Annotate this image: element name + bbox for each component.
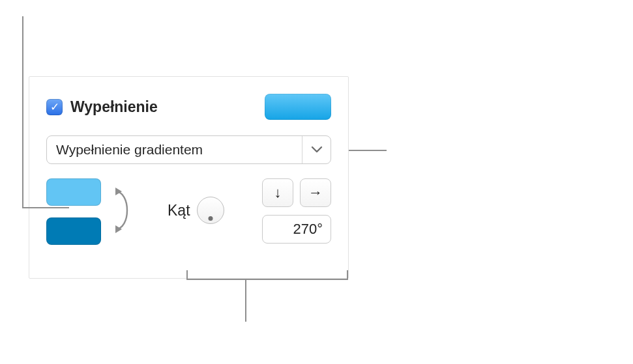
angle-value: 270° (293, 221, 323, 238)
angle-right-button[interactable]: → (300, 178, 331, 207)
arrow-down-icon: ↓ (274, 184, 282, 201)
gradient-color-2[interactable] (46, 217, 101, 245)
gradient-color-1[interactable] (46, 178, 101, 206)
angle-input[interactable]: 270° (262, 215, 331, 244)
checkmark-icon: ✓ (50, 102, 59, 113)
angle-dial[interactable] (197, 197, 224, 224)
swap-colors-icon[interactable] (108, 185, 141, 236)
callout-leader-bottom-bar (186, 279, 348, 280)
callout-leader-left (22, 16, 23, 208)
fill-type-dropdown[interactable]: Wypełnienie gradientem (46, 135, 331, 164)
fill-label: Wypełnienie (70, 98, 158, 116)
fill-header-row: ✓ Wypełnienie (46, 92, 331, 121)
arrow-right-icon: → (308, 184, 323, 201)
angle-block: Kąt (168, 197, 224, 224)
angle-down-button[interactable]: ↓ (262, 178, 293, 207)
angle-label: Kąt (168, 202, 190, 219)
callout-leader-left-h (22, 207, 69, 208)
callout-leader-right (349, 150, 387, 151)
fill-checkbox-group: ✓ Wypełnienie (46, 98, 158, 116)
callout-leader-bottom-tick-left (186, 270, 188, 280)
angle-dial-indicator (208, 216, 213, 221)
fill-type-selected-label: Wypełnienie gradientem (47, 136, 302, 163)
angle-direction-buttons: ↓ → (262, 178, 331, 207)
chevron-down-icon (302, 136, 331, 163)
gradient-color-stops (46, 178, 101, 245)
fill-checkbox[interactable]: ✓ (46, 99, 63, 115)
fill-panel: ✓ Wypełnienie Wypełnienie gradientem Kąt (29, 76, 349, 279)
fill-preview-swatch[interactable] (265, 94, 331, 120)
callout-leader-bottom (245, 279, 246, 322)
gradient-controls: Kąt ↓ → 270° (46, 178, 331, 257)
callout-leader-bottom-tick-right (347, 270, 348, 280)
